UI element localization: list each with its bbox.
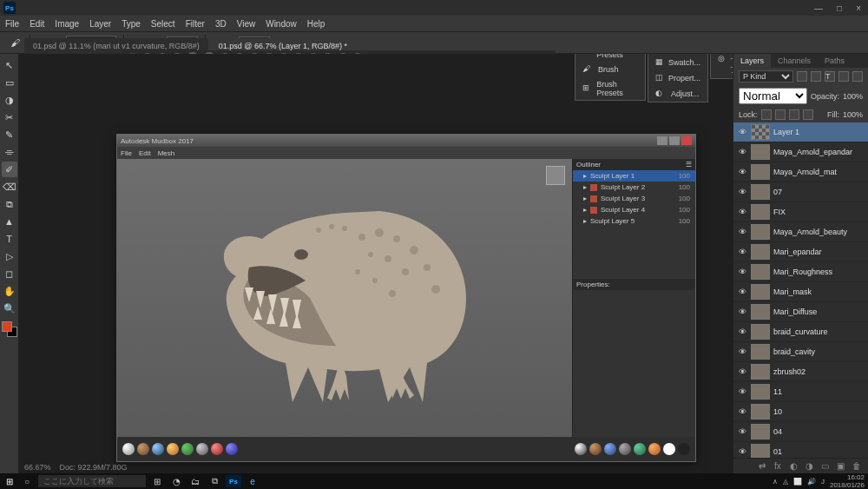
menu-view[interactable]: View <box>237 19 256 29</box>
photoshop-taskbar-icon[interactable]: Ps <box>226 475 241 487</box>
material-ball[interactable] <box>663 443 675 455</box>
zoom-tool[interactable]: 🔍 <box>2 301 17 316</box>
menu-help[interactable]: Help <box>307 19 326 29</box>
trash-icon[interactable]: 🗑 <box>852 461 863 472</box>
layer-row[interactable]: 👁 10 <box>733 402 868 422</box>
visibility-toggle-icon[interactable]: 👁 <box>737 127 747 137</box>
material-ball[interactable] <box>137 443 149 455</box>
popup-item[interactable]: ◫Propert... <box>648 70 707 86</box>
layer-row[interactable]: 👁 braid_cavity <box>733 342 868 362</box>
gradient-tool[interactable]: ▲ <box>2 214 17 229</box>
layer-row[interactable]: 👁 Maya_Arnold_epandar <box>733 142 868 162</box>
new-layer-icon[interactable]: ▣ <box>837 461 847 472</box>
material-ball[interactable] <box>589 443 602 455</box>
tray-icon[interactable]: ⬜ <box>793 478 802 486</box>
menu-select[interactable]: Select <box>151 19 175 29</box>
tab-channels[interactable]: Channels <box>771 54 818 68</box>
material-ball[interactable] <box>678 443 690 455</box>
material-ball[interactable] <box>604 443 616 455</box>
layer-thumbnail[interactable] <box>751 224 770 240</box>
layer-thumbnail[interactable] <box>751 124 770 140</box>
layer-row[interactable]: 👁 Mari_mask <box>733 282 868 302</box>
menu-3d[interactable]: 3D <box>215 19 227 29</box>
fx-icon[interactable]: fx <box>774 461 785 472</box>
material-ball[interactable] <box>152 443 164 455</box>
eraser-tool[interactable]: ⌫ <box>2 179 17 195</box>
adjustment-icon[interactable]: ◑ <box>806 461 816 472</box>
explorer-icon[interactable]: 🗂 <box>187 475 203 487</box>
mask-icon[interactable]: ◐ <box>790 461 800 472</box>
tree-row[interactable]: ▸Sculpt Layer 1100 <box>573 170 695 182</box>
layer-thumbnail[interactable] <box>751 184 770 200</box>
visibility-toggle-icon[interactable]: 👁 <box>737 347 747 357</box>
layer-thumbnail[interactable] <box>751 324 770 340</box>
filter-type-icon[interactable]: T <box>825 71 835 82</box>
visibility-toggle-icon[interactable]: 👁 <box>737 267 747 277</box>
visibility-toggle-icon[interactable]: 👁 <box>737 227 747 237</box>
filter-smart-icon[interactable] <box>852 71 863 82</box>
layer-thumbnail[interactable] <box>751 164 770 180</box>
move-tool[interactable]: ↖ <box>2 57 17 73</box>
menu-edit[interactable]: Edit <box>30 19 44 29</box>
expand-icon[interactable]: ▸ <box>583 206 587 214</box>
lasso-tool[interactable]: ◑ <box>2 92 17 108</box>
popup-item[interactable]: ⊞Brush Presets <box>575 77 645 100</box>
layer-row[interactable]: 👁 Maya_Arnold_beauty <box>733 222 868 242</box>
volume-icon[interactable]: 🔊 <box>807 478 816 486</box>
material-ball[interactable] <box>122 443 135 455</box>
lock-all-icon[interactable] <box>803 109 813 120</box>
layer-thumbnail[interactable] <box>751 204 770 220</box>
maximize-button[interactable]: □ <box>833 3 845 13</box>
layer-row[interactable]: 👁 01 <box>733 442 868 458</box>
lock-transparent-icon[interactable] <box>761 109 772 120</box>
fill-value[interactable]: 100% <box>843 110 863 119</box>
layer-thumbnail[interactable] <box>751 384 770 400</box>
embedded-menu-item[interactable]: File <box>121 149 132 157</box>
close-button[interactable]: × <box>852 3 865 13</box>
brush-tool[interactable]: ✐ <box>2 162 17 177</box>
expand-icon[interactable]: ▸ <box>583 183 587 191</box>
layer-thumbnail[interactable] <box>751 404 770 420</box>
filter-adjust-icon[interactable] <box>811 71 821 82</box>
layer-thumbnail[interactable] <box>751 364 770 380</box>
foreground-color[interactable] <box>2 321 12 332</box>
layer-row[interactable]: 👁 braid_curvature <box>733 322 868 342</box>
group-icon[interactable]: ▭ <box>821 461 832 472</box>
filter-pixel-icon[interactable] <box>797 71 807 82</box>
menu-filter[interactable]: Filter <box>186 19 205 29</box>
menu-type[interactable]: Type <box>122 19 141 29</box>
hand-tool[interactable]: ✋ <box>2 283 17 299</box>
clock-time[interactable]: 16:02 <box>830 473 865 481</box>
material-ball[interactable] <box>575 443 587 455</box>
embedded-min-button[interactable] <box>657 136 667 145</box>
chrome-icon[interactable]: ◔ <box>168 475 184 487</box>
layer-row[interactable]: 👁 zbrush02 <box>733 362 868 382</box>
layer-thumbnail[interactable] <box>751 144 770 160</box>
lock-position-icon[interactable] <box>789 109 799 120</box>
layer-thumbnail[interactable] <box>751 284 770 300</box>
tree-row[interactable]: ▸Sculpt Layer 2100 <box>573 182 695 193</box>
material-ball[interactable] <box>211 443 223 455</box>
layer-row[interactable]: 👁 FIX <box>733 202 868 222</box>
link-layers-icon[interactable]: ⇄ <box>759 461 769 472</box>
tree-row[interactable]: ▸Sculpt Layer 3100 <box>573 193 695 204</box>
eyedropper-tool[interactable]: ✎ <box>2 127 17 142</box>
layer-thumbnail[interactable] <box>751 444 770 458</box>
material-ball[interactable] <box>226 443 238 455</box>
layer-row[interactable]: 👁 07 <box>733 182 868 202</box>
expand-icon[interactable]: ▸ <box>583 195 587 202</box>
type-tool[interactable]: T <box>2 231 17 247</box>
layer-thumbnail[interactable] <box>751 424 770 439</box>
layer-row[interactable]: 👁 Maya_Arnold_mat <box>733 162 868 182</box>
visibility-toggle-icon[interactable]: 👁 <box>737 247 747 257</box>
clock-date[interactable]: 2018/01/26 <box>830 481 865 489</box>
tree-row[interactable]: ▸Sculpt Layer 5100 <box>573 215 695 227</box>
visibility-toggle-icon[interactable]: 👁 <box>737 187 747 197</box>
layer-row[interactable]: 👁 Mari_Diffuse <box>733 302 868 322</box>
layer-thumbnail[interactable] <box>751 244 770 260</box>
panel-menu-icon[interactable]: ☰ <box>686 161 692 169</box>
blend-mode-select[interactable]: Normal <box>739 88 807 104</box>
edge-icon[interactable]: e <box>245 475 260 487</box>
tab-paths[interactable]: Paths <box>818 54 852 68</box>
tree-row[interactable]: ▸Sculpt Layer 4100 <box>573 204 695 215</box>
